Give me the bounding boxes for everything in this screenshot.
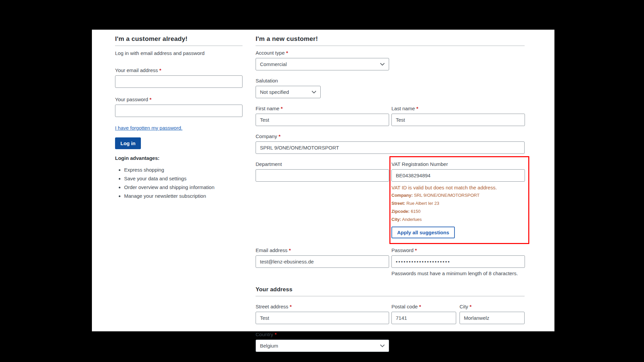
login-password-input[interactable] — [115, 105, 243, 117]
login-email-label: Your email address * — [115, 67, 243, 73]
page-content: I'm a customer already! Log in with emai… — [92, 29, 554, 331]
register-title: I'm a new customer! — [256, 35, 525, 43]
required-asterisk: * — [159, 67, 161, 73]
email-input[interactable] — [256, 255, 389, 268]
register-section: I'm a new customer! Account type * Comme… — [256, 35, 525, 352]
required-asterisk: * — [290, 304, 292, 309]
address-title: Your address — [256, 286, 525, 293]
forgot-password-link[interactable]: I have forgotten my password. — [115, 125, 182, 131]
city-input[interactable] — [460, 312, 525, 324]
password-hint: Passwords must have a minimum length of … — [391, 270, 525, 276]
vat-highlight-box: VAT Registration Number VAT ID is valid … — [389, 156, 529, 244]
country-value: Belgium — [260, 343, 278, 349]
salutation-select[interactable]: Not specified — [256, 86, 321, 98]
login-advantage-item: Save your data and settings — [124, 174, 243, 183]
login-title: I'm a customer already! — [115, 35, 243, 43]
last-name-input[interactable] — [391, 114, 525, 126]
required-asterisk: * — [281, 106, 283, 111]
login-email-input[interactable] — [115, 75, 243, 88]
login-button[interactable]: Log in — [115, 137, 141, 149]
vat-input[interactable] — [391, 169, 525, 182]
salutation-label: Salutation — [256, 78, 321, 83]
department-input[interactable] — [256, 169, 389, 182]
register-divider — [256, 46, 525, 46]
street-label: Street address * — [256, 304, 389, 309]
required-asterisk: * — [278, 133, 280, 139]
apply-suggestions-button[interactable]: Apply all suggestions — [391, 227, 455, 238]
login-subtitle: Log in with email address and password — [115, 50, 243, 56]
company-input[interactable] — [256, 141, 525, 154]
city-label: City * — [460, 304, 525, 309]
chevron-down-icon — [312, 90, 316, 94]
first-name-input[interactable] — [256, 114, 389, 126]
required-asterisk: * — [289, 247, 291, 253]
vat-suggestion-city: City: Anderlues — [391, 217, 525, 223]
vat-suggestion-company: Company: SRL 9/ONE/ONE/MOTORSPORT — [391, 192, 525, 198]
login-advantage-item: Express shopping — [124, 166, 243, 174]
first-name-label: First name * — [256, 106, 389, 111]
account-type-label: Account type * — [256, 50, 389, 56]
address-divider — [256, 296, 525, 296]
required-asterisk: * — [415, 247, 417, 253]
chevron-down-icon — [380, 63, 385, 66]
login-advantage-item: Manage your newsletter subscription — [124, 192, 243, 200]
login-section: I'm a customer already! Log in with emai… — [115, 35, 243, 352]
company-label: Company * — [256, 133, 525, 139]
vat-warning: VAT ID is valid but does not match the a… — [391, 185, 525, 190]
password-input[interactable] — [391, 255, 525, 268]
street-input[interactable] — [256, 312, 389, 324]
country-select[interactable]: Belgium — [256, 340, 389, 352]
required-asterisk: * — [275, 331, 277, 337]
postal-code-input[interactable] — [391, 312, 456, 324]
salutation-value: Not specified — [260, 89, 289, 95]
account-type-select[interactable]: Commercial — [256, 58, 389, 70]
country-label: Country * — [256, 331, 389, 337]
required-asterisk: * — [470, 304, 472, 309]
required-asterisk: * — [150, 97, 152, 102]
required-asterisk: * — [419, 304, 421, 309]
vat-label: VAT Registration Number — [391, 161, 525, 167]
login-advantage-item: Order overview and shipping information — [124, 183, 243, 192]
login-password-label: Your password * — [115, 97, 243, 102]
account-type-value: Commercial — [260, 61, 287, 67]
login-advantages-title: Login advantages: — [115, 155, 243, 161]
required-asterisk: * — [286, 50, 288, 56]
login-advantages-list: Express shopping Save your data and sett… — [115, 166, 243, 200]
password-label: Password * — [391, 247, 525, 253]
postal-code-label: Postal code * — [391, 304, 456, 309]
chevron-down-icon — [380, 344, 385, 347]
vat-suggestion-zipcode: Zipcode: 6150 — [391, 208, 525, 215]
department-label: Department — [256, 161, 389, 167]
email-label: Email address * — [256, 247, 389, 253]
required-asterisk: * — [416, 106, 418, 111]
login-divider — [115, 46, 243, 46]
last-name-label: Last name * — [391, 106, 525, 111]
vat-suggestion-street: Street: Rue Albert Ier 23 — [391, 200, 525, 206]
